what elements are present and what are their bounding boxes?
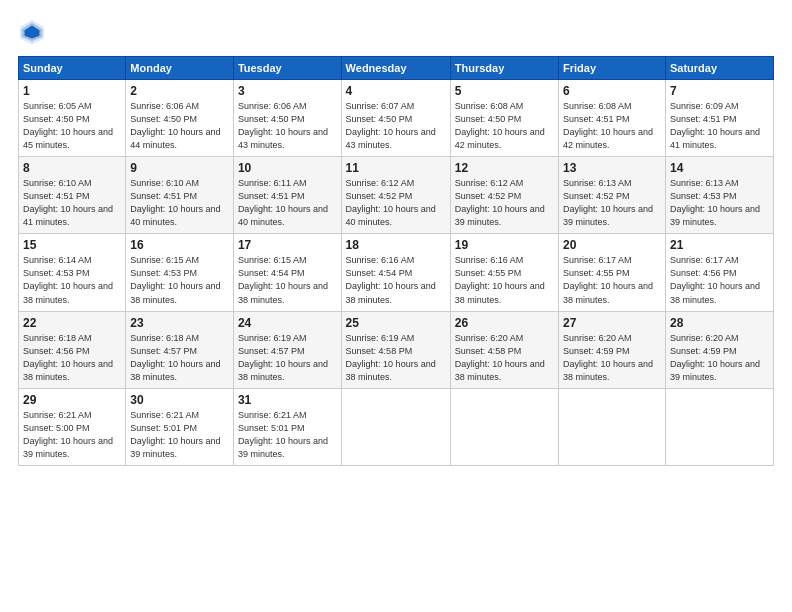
day-number: 9 — [130, 161, 229, 175]
calendar-cell: 21Sunrise: 6:17 AMSunset: 4:56 PMDayligh… — [665, 234, 773, 311]
day-number: 29 — [23, 393, 121, 407]
calendar-week-5: 29Sunrise: 6:21 AMSunset: 5:00 PMDayligh… — [19, 388, 774, 465]
day-info: Sunrise: 6:13 AMSunset: 4:52 PMDaylight:… — [563, 178, 653, 227]
calendar-cell: 31Sunrise: 6:21 AMSunset: 5:01 PMDayligh… — [233, 388, 341, 465]
calendar-cell: 14Sunrise: 6:13 AMSunset: 4:53 PMDayligh… — [665, 157, 773, 234]
day-info: Sunrise: 6:17 AMSunset: 4:55 PMDaylight:… — [563, 255, 653, 304]
calendar-cell: 3Sunrise: 6:06 AMSunset: 4:50 PMDaylight… — [233, 80, 341, 157]
calendar-cell: 29Sunrise: 6:21 AMSunset: 5:00 PMDayligh… — [19, 388, 126, 465]
calendar-cell: 20Sunrise: 6:17 AMSunset: 4:55 PMDayligh… — [559, 234, 666, 311]
day-number: 10 — [238, 161, 337, 175]
day-number: 4 — [346, 84, 446, 98]
calendar-cell: 18Sunrise: 6:16 AMSunset: 4:54 PMDayligh… — [341, 234, 450, 311]
page: SundayMondayTuesdayWednesdayThursdayFrid… — [0, 0, 792, 612]
calendar-cell: 19Sunrise: 6:16 AMSunset: 4:55 PMDayligh… — [450, 234, 558, 311]
day-number: 25 — [346, 316, 446, 330]
calendar-cell: 30Sunrise: 6:21 AMSunset: 5:01 PMDayligh… — [126, 388, 234, 465]
calendar-cell: 25Sunrise: 6:19 AMSunset: 4:58 PMDayligh… — [341, 311, 450, 388]
day-info: Sunrise: 6:11 AMSunset: 4:51 PMDaylight:… — [238, 178, 328, 227]
calendar-cell: 7Sunrise: 6:09 AMSunset: 4:51 PMDaylight… — [665, 80, 773, 157]
calendar-week-2: 8Sunrise: 6:10 AMSunset: 4:51 PMDaylight… — [19, 157, 774, 234]
day-info: Sunrise: 6:21 AMSunset: 5:01 PMDaylight:… — [130, 410, 220, 459]
day-info: Sunrise: 6:17 AMSunset: 4:56 PMDaylight:… — [670, 255, 760, 304]
calendar-header-tuesday: Tuesday — [233, 57, 341, 80]
day-info: Sunrise: 6:15 AMSunset: 4:53 PMDaylight:… — [130, 255, 220, 304]
calendar-cell: 28Sunrise: 6:20 AMSunset: 4:59 PMDayligh… — [665, 311, 773, 388]
calendar-cell — [341, 388, 450, 465]
calendar-header-thursday: Thursday — [450, 57, 558, 80]
day-number: 8 — [23, 161, 121, 175]
calendar-cell: 1Sunrise: 6:05 AMSunset: 4:50 PMDaylight… — [19, 80, 126, 157]
logo — [18, 18, 50, 46]
day-number: 23 — [130, 316, 229, 330]
day-info: Sunrise: 6:18 AMSunset: 4:56 PMDaylight:… — [23, 333, 113, 382]
calendar-cell: 22Sunrise: 6:18 AMSunset: 4:56 PMDayligh… — [19, 311, 126, 388]
day-info: Sunrise: 6:21 AMSunset: 5:00 PMDaylight:… — [23, 410, 113, 459]
day-info: Sunrise: 6:18 AMSunset: 4:57 PMDaylight:… — [130, 333, 220, 382]
day-info: Sunrise: 6:21 AMSunset: 5:01 PMDaylight:… — [238, 410, 328, 459]
calendar-cell: 2Sunrise: 6:06 AMSunset: 4:50 PMDaylight… — [126, 80, 234, 157]
day-info: Sunrise: 6:15 AMSunset: 4:54 PMDaylight:… — [238, 255, 328, 304]
calendar-cell — [450, 388, 558, 465]
day-info: Sunrise: 6:16 AMSunset: 4:55 PMDaylight:… — [455, 255, 545, 304]
day-info: Sunrise: 6:20 AMSunset: 4:59 PMDaylight:… — [670, 333, 760, 382]
calendar-cell: 5Sunrise: 6:08 AMSunset: 4:50 PMDaylight… — [450, 80, 558, 157]
day-number: 24 — [238, 316, 337, 330]
day-number: 5 — [455, 84, 554, 98]
calendar-cell: 13Sunrise: 6:13 AMSunset: 4:52 PMDayligh… — [559, 157, 666, 234]
calendar-cell: 23Sunrise: 6:18 AMSunset: 4:57 PMDayligh… — [126, 311, 234, 388]
day-number: 18 — [346, 238, 446, 252]
calendar-cell: 11Sunrise: 6:12 AMSunset: 4:52 PMDayligh… — [341, 157, 450, 234]
day-number: 15 — [23, 238, 121, 252]
day-number: 13 — [563, 161, 661, 175]
day-number: 3 — [238, 84, 337, 98]
calendar-cell — [559, 388, 666, 465]
calendar-header-row: SundayMondayTuesdayWednesdayThursdayFrid… — [19, 57, 774, 80]
calendar-cell: 16Sunrise: 6:15 AMSunset: 4:53 PMDayligh… — [126, 234, 234, 311]
header — [18, 18, 774, 46]
day-number: 17 — [238, 238, 337, 252]
day-info: Sunrise: 6:06 AMSunset: 4:50 PMDaylight:… — [130, 101, 220, 150]
calendar-cell: 4Sunrise: 6:07 AMSunset: 4:50 PMDaylight… — [341, 80, 450, 157]
day-info: Sunrise: 6:12 AMSunset: 4:52 PMDaylight:… — [455, 178, 545, 227]
calendar-cell: 9Sunrise: 6:10 AMSunset: 4:51 PMDaylight… — [126, 157, 234, 234]
day-number: 16 — [130, 238, 229, 252]
logo-icon — [18, 18, 46, 46]
day-info: Sunrise: 6:10 AMSunset: 4:51 PMDaylight:… — [130, 178, 220, 227]
day-info: Sunrise: 6:05 AMSunset: 4:50 PMDaylight:… — [23, 101, 113, 150]
day-number: 7 — [670, 84, 769, 98]
day-number: 1 — [23, 84, 121, 98]
day-info: Sunrise: 6:19 AMSunset: 4:57 PMDaylight:… — [238, 333, 328, 382]
day-info: Sunrise: 6:14 AMSunset: 4:53 PMDaylight:… — [23, 255, 113, 304]
calendar-header-sunday: Sunday — [19, 57, 126, 80]
calendar-cell: 27Sunrise: 6:20 AMSunset: 4:59 PMDayligh… — [559, 311, 666, 388]
day-number: 6 — [563, 84, 661, 98]
day-number: 20 — [563, 238, 661, 252]
day-number: 27 — [563, 316, 661, 330]
day-info: Sunrise: 6:08 AMSunset: 4:50 PMDaylight:… — [455, 101, 545, 150]
day-info: Sunrise: 6:07 AMSunset: 4:50 PMDaylight:… — [346, 101, 436, 150]
day-info: Sunrise: 6:09 AMSunset: 4:51 PMDaylight:… — [670, 101, 760, 150]
calendar-header-friday: Friday — [559, 57, 666, 80]
day-info: Sunrise: 6:20 AMSunset: 4:59 PMDaylight:… — [563, 333, 653, 382]
day-number: 2 — [130, 84, 229, 98]
calendar-cell — [665, 388, 773, 465]
day-info: Sunrise: 6:16 AMSunset: 4:54 PMDaylight:… — [346, 255, 436, 304]
calendar-cell: 24Sunrise: 6:19 AMSunset: 4:57 PMDayligh… — [233, 311, 341, 388]
day-info: Sunrise: 6:08 AMSunset: 4:51 PMDaylight:… — [563, 101, 653, 150]
calendar-header-wednesday: Wednesday — [341, 57, 450, 80]
calendar-week-3: 15Sunrise: 6:14 AMSunset: 4:53 PMDayligh… — [19, 234, 774, 311]
calendar-week-4: 22Sunrise: 6:18 AMSunset: 4:56 PMDayligh… — [19, 311, 774, 388]
calendar-cell: 6Sunrise: 6:08 AMSunset: 4:51 PMDaylight… — [559, 80, 666, 157]
calendar-cell: 10Sunrise: 6:11 AMSunset: 4:51 PMDayligh… — [233, 157, 341, 234]
day-number: 11 — [346, 161, 446, 175]
day-info: Sunrise: 6:06 AMSunset: 4:50 PMDaylight:… — [238, 101, 328, 150]
calendar-cell: 17Sunrise: 6:15 AMSunset: 4:54 PMDayligh… — [233, 234, 341, 311]
day-info: Sunrise: 6:10 AMSunset: 4:51 PMDaylight:… — [23, 178, 113, 227]
day-number: 26 — [455, 316, 554, 330]
calendar-week-1: 1Sunrise: 6:05 AMSunset: 4:50 PMDaylight… — [19, 80, 774, 157]
day-info: Sunrise: 6:19 AMSunset: 4:58 PMDaylight:… — [346, 333, 436, 382]
day-number: 19 — [455, 238, 554, 252]
day-number: 28 — [670, 316, 769, 330]
day-info: Sunrise: 6:13 AMSunset: 4:53 PMDaylight:… — [670, 178, 760, 227]
